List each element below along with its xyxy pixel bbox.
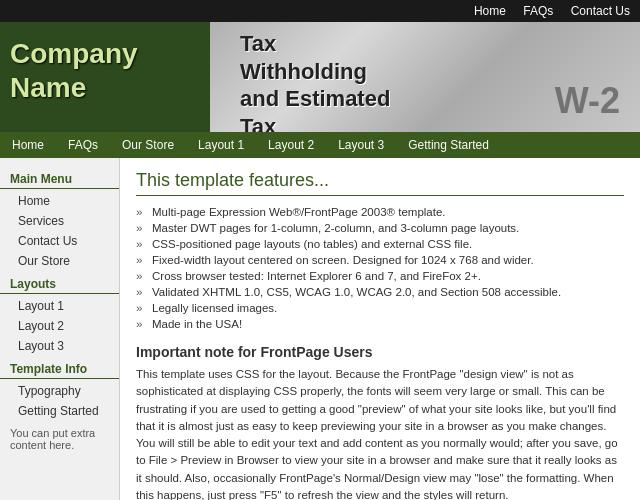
list-item: Validated XHTML 1.0, CS5, WCAG 1.0, WCAG… (136, 284, 624, 300)
list-item: Cross browser tested: Internet Explorer … (136, 268, 624, 284)
main-nav-getting-started[interactable]: Getting Started (396, 132, 501, 158)
sidebar-section-main-menu: Main Menu (0, 166, 119, 189)
main-content: This template features... Multi-page Exp… (120, 158, 640, 500)
sidebar-section-template-info: Template Info (0, 356, 119, 379)
list-item: Legally licensed images. (136, 300, 624, 316)
sidebar-layout2[interactable]: Layout 2 (0, 316, 119, 336)
main-nav-store[interactable]: Our Store (110, 132, 186, 158)
sidebar-extra-text: You can put extra content here. (0, 421, 119, 457)
note-body: This template uses CSS for the layout. B… (136, 366, 624, 500)
main-nav-layout1[interactable]: Layout 1 (186, 132, 256, 158)
top-nav-home[interactable]: Home (474, 4, 506, 18)
main-nav-home[interactable]: Home (0, 132, 56, 158)
list-item: Multi-page Expression Web®/FrontPage 200… (136, 204, 624, 220)
site-header: Company Name Tax Withholding and Estimat… (0, 22, 640, 132)
sidebar-contact[interactable]: Contact Us (0, 231, 119, 251)
sidebar-home[interactable]: Home (0, 191, 119, 211)
sidebar-section-layouts: Layouts (0, 271, 119, 294)
top-nav-faqs[interactable]: FAQs (523, 4, 553, 18)
sidebar-layout3[interactable]: Layout 3 (0, 336, 119, 356)
main-nav-faqs[interactable]: FAQs (56, 132, 110, 158)
header-image: Tax Withholding and Estimated Tax W-2 (210, 22, 640, 132)
sidebar-typography[interactable]: Typography (0, 381, 119, 401)
w2-label: W-2 (555, 80, 620, 122)
sidebar-getting-started[interactable]: Getting Started (0, 401, 119, 421)
sidebar-services[interactable]: Services (0, 211, 119, 231)
list-item: Made in the USA! (136, 316, 624, 332)
sidebar: Main Menu Home Services Contact Us Our S… (0, 158, 120, 500)
main-nav-layout2[interactable]: Layout 2 (256, 132, 326, 158)
sidebar-layout1[interactable]: Layout 1 (0, 296, 119, 316)
list-item: Fixed-width layout centered on screen. D… (136, 252, 624, 268)
list-item: Master DWT pages for 1-column, 2-column,… (136, 220, 624, 236)
top-navigation: Home FAQs Contact Us (0, 0, 640, 22)
list-item: CSS-positioned page layouts (no tables) … (136, 236, 624, 252)
top-nav-contact[interactable]: Contact Us (571, 4, 630, 18)
features-list: Multi-page Expression Web®/FrontPage 200… (136, 204, 624, 332)
features-heading: This template features... (136, 170, 624, 196)
site-logo: Company Name (10, 37, 138, 104)
sidebar-store[interactable]: Our Store (0, 251, 119, 271)
main-nav-layout3[interactable]: Layout 3 (326, 132, 396, 158)
note-heading: Important note for FrontPage Users (136, 344, 624, 360)
main-navigation: Home FAQs Our Store Layout 1 Layout 2 La… (0, 132, 640, 158)
content-wrapper: Main Menu Home Services Contact Us Our S… (0, 158, 640, 500)
tax-title: Tax Withholding and Estimated Tax (240, 30, 390, 132)
